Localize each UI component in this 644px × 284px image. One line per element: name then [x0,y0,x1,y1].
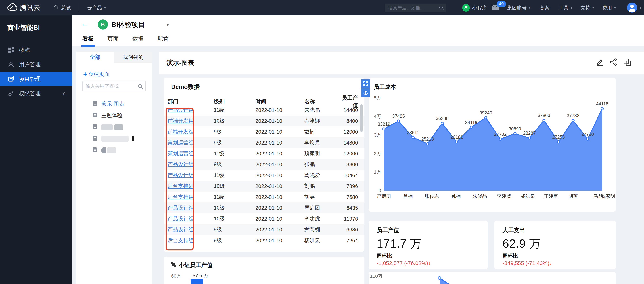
back-icon[interactable]: ← [80,19,89,28]
svg-text:28287: 28287 [523,130,536,136]
edit-icon[interactable] [596,58,604,66]
department-link[interactable]: 前端开发组 [168,118,194,124]
copy-icon[interactable] [623,58,631,66]
project-title[interactable]: BI体验项目 [112,20,145,29]
mail-badge: 49 [496,1,506,7]
table-cell: 产品设计组 [168,161,214,168]
kpi-label: 员工产值 [377,226,399,234]
kpi-card-expense: 人工支出 62.9 万 周环比 -349,555 (-71.43%)↓ [494,220,616,269]
tencent-cloud-logo[interactable]: 腾讯云 [7,0,40,16]
department-link[interactable]: 产品设计组 [168,216,194,222]
user-icon [8,62,14,68]
nav-beian[interactable]: 备案 [540,0,550,16]
table-cell: 严启团 [304,204,340,212]
nav-search-box[interactable] [385,4,446,12]
project-badge: B [98,20,108,30]
department-link[interactable]: 产品设计组 [168,162,194,167]
search-icon[interactable] [439,5,444,11]
column-header: 部门 [168,98,214,106]
share-icon[interactable] [610,58,618,66]
svg-text:34119: 34119 [465,120,478,125]
tab-data[interactable]: 数据 [132,35,144,46]
svg-text:5万: 5万 [374,95,381,100]
drill-icon [171,262,176,268]
page-item-redacted[interactable] [76,133,152,144]
table-cell: 2022-01-10 [255,172,304,178]
department-link[interactable]: 策划运营组 [168,140,194,146]
sidebar-item-permissions[interactable]: 权限管理 ∨ [0,86,72,101]
tab-my-pages[interactable]: 我创建的 [114,52,152,63]
sidebar-item-label: 项目管理 [19,75,40,83]
sidebar-title: 商业智能BI [0,16,72,32]
nav-support[interactable]: 支持 ▾ [580,0,594,16]
department-link[interactable]: 产品设计组 [168,226,194,232]
tab-all-pages[interactable]: 全部 [76,52,114,63]
avatar[interactable] [627,2,637,13]
table-cell: 2022-01-10 [255,216,304,222]
page-item-demo-chart[interactable]: 演示-图表 [76,98,152,110]
table-cell: 12000 [340,129,358,135]
svg-text:严启团: 严启团 [377,194,391,199]
department-link[interactable]: 后台支持组 [168,194,194,200]
table-cell: 策划运营组 [168,150,214,157]
nav-avatar-caret[interactable]: ▾ [640,0,641,16]
table-cell: 10级 [214,204,255,212]
department-link[interactable]: 产品设计组 [168,172,194,178]
page-search-input[interactable] [83,81,146,91]
table-row: 产品设计组11级2022-01-10葛晓爱10464 [164,170,364,181]
tab-config[interactable]: 配置 [158,35,168,46]
table-card-title: Demo数据 [164,78,364,91]
table-cell: 张鹏 [304,161,340,168]
kpi-delta: -349,555 (-71.43%)↓ [502,260,552,266]
cloud-logo-icon [7,4,18,12]
fullscreen-icon[interactable] [361,79,370,88]
project-icon [8,76,14,82]
kpi-value: 62.9 万 [502,236,541,252]
department-link[interactable]: 策划运营组 [168,150,194,156]
table-cell: 戴楠 [304,128,340,136]
page-item-redacted[interactable] [76,144,152,156]
redacted-label [102,147,106,154]
table-cell: 2022-01-10 [255,129,304,135]
table-cell: 11级 [214,172,255,179]
redacted-label [107,147,116,154]
table-body: 产品设计组11级2022-01-10朱晓晶14400前端开发组10级2022-0… [164,105,364,246]
table-scrollbar[interactable] [360,104,362,132]
table-cell: 2022-01-10 [255,227,304,233]
nav-products[interactable]: 云产品 ▾ [87,0,106,16]
department-link[interactable]: 产品设计组 [168,107,194,113]
department-link[interactable]: 后台支持组 [168,183,194,189]
tab-pages[interactable]: 页面 [108,35,118,46]
svg-text:0: 0 [379,188,381,193]
redacted-label [102,136,128,142]
nav-group-account[interactable]: 集团账号 ▾ [507,0,530,16]
board-title: 演示-图表 [166,58,194,67]
nav-divider [78,4,78,12]
nav-overview-label: 总览 [61,4,71,11]
document-icon [92,147,98,154]
nav-miniprogram[interactable]: S 小程序 [462,0,487,16]
employee-cost-chart-card: 员工成本 33219374852861125218362882618134119… [368,78,616,212]
table-cell: 产品设计组 [168,106,214,114]
sidebar-item-overview[interactable]: 概览 [0,43,72,57]
sidebar-item-projects[interactable]: 项目管理 [0,72,72,86]
nav-billing[interactable]: 费用 ▾ [602,0,616,16]
export-up-icon[interactable] [361,88,370,97]
nav-overview[interactable]: 总览 [54,0,71,16]
table-cell: 朱晓晶 [304,106,340,114]
page-item-theme[interactable]: 主题体验 [76,110,152,121]
svg-text:28611: 28611 [407,130,419,135]
nav-search-input[interactable] [385,4,446,12]
department-link[interactable]: 后台支持组 [168,238,194,243]
nav-tools[interactable]: 工具 ▾ [559,0,572,16]
svg-text:27702: 27702 [494,132,507,137]
search-icon[interactable] [138,84,143,90]
create-page-button[interactable]: + 创建页面 [83,70,110,78]
page-item-redacted[interactable] [76,121,152,133]
caret-down-icon[interactable]: ▾ [166,22,169,27]
sidebar-item-users[interactable]: 用户管理 [0,57,72,72]
tab-dashboard[interactable]: 看板 [82,35,94,46]
department-link[interactable]: 产品设计组 [168,205,194,211]
department-link[interactable]: 前端开发组 [168,129,194,134]
page-search-box[interactable] [82,81,146,92]
